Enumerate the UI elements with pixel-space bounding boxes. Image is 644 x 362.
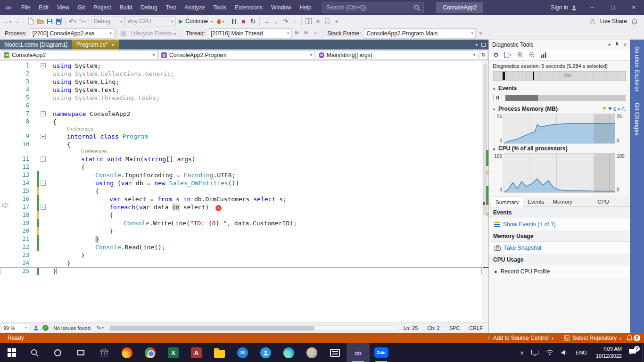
break-all-icon[interactable]: [229, 16, 239, 26]
fold-toggle[interactable]: −: [41, 111, 46, 116]
menu-help[interactable]: Help: [296, 0, 316, 15]
code-line-4[interactable]: 4using System.Text;: [0, 86, 482, 94]
zoom-out-icon[interactable]: [529, 52, 535, 58]
code-line-14[interactable]: 14−using (var db = new Sales_DWEntities(…: [0, 179, 482, 187]
type-dropdown[interactable]: {} ConsoleApp2.Program▾: [158, 50, 315, 60]
code-line-15[interactable]: 15{: [0, 187, 482, 195]
sign-in-button[interactable]: Sign in: [546, 4, 582, 11]
code-line-2[interactable]: 2using System.Collections.Generic;: [0, 70, 482, 78]
display-tray-icon[interactable]: [528, 350, 542, 356]
process-combo[interactable]: [2200] ConsoleApp2.exe▾: [30, 28, 115, 39]
toolbar-options-icon[interactable]: ▾: [332, 16, 341, 26]
toolbar-options-icon[interactable]: ▾: [476, 28, 485, 39]
fold-toggle[interactable]: −: [41, 63, 46, 68]
document-outline-icon[interactable]: ≡: [313, 16, 322, 26]
split-window-icon[interactable]: ⇅: [479, 50, 487, 60]
close-panel-icon[interactable]: ×: [623, 41, 627, 48]
window-app-button[interactable]: [323, 343, 347, 362]
side-tab-solution-explorer[interactable]: Solution Explorer: [634, 41, 640, 97]
tab-list-caret-icon[interactable]: ▾: [475, 42, 478, 47]
fold-toggle[interactable]: −: [41, 181, 46, 186]
events-track[interactable]: [505, 95, 626, 101]
code-line-21[interactable]: 21}: [0, 235, 482, 243]
notifications-bell-icon[interactable]: [630, 16, 639, 26]
task-view-button[interactable]: [69, 343, 92, 362]
start-button[interactable]: [0, 343, 23, 362]
line-ending-indicator[interactable]: CRLF: [464, 325, 487, 331]
editor-horizontal-scrollbar[interactable]: [109, 325, 394, 331]
diag-tab-summary[interactable]: Summary: [491, 197, 523, 207]
fold-toggle[interactable]: −: [41, 134, 46, 139]
export-session-icon[interactable]: [504, 52, 512, 58]
edge-button[interactable]: [277, 343, 300, 362]
access-button[interactable]: A: [185, 343, 208, 362]
file-explorer-button[interactable]: [208, 343, 231, 362]
mail-button[interactable]: ✉: [231, 343, 254, 362]
language-indicator[interactable]: ENG: [571, 350, 591, 355]
fold-toggle[interactable]: −: [41, 156, 46, 162]
pause-events-button[interactable]: [493, 94, 502, 101]
show-desktop-button[interactable]: [642, 343, 644, 362]
zoom-level-combo[interactable]: 99 %▾: [1, 324, 29, 332]
feedback-icon[interactable]: [31, 323, 41, 333]
settings-gear-icon[interactable]: ⚙: [493, 51, 499, 58]
code-line-17[interactable]: 17−foreach(var data in select) ×: [0, 203, 482, 211]
line-indicator[interactable]: Ln: 25: [399, 325, 423, 331]
hidden-icons-chevron[interactable]: ∧: [516, 350, 528, 356]
fold-toggle[interactable]: −: [41, 205, 46, 210]
codelens-row[interactable]: 0 references: [0, 148, 482, 155]
tab-program-cs[interactable]: Program.cs* ×: [72, 40, 118, 49]
zoom-in-icon[interactable]: [517, 52, 523, 58]
codelens-row[interactable]: 0 references: [0, 126, 482, 132]
code-line-23[interactable]: 23}: [0, 251, 482, 259]
close-tab-icon[interactable]: ×: [111, 42, 114, 48]
flag-threads-icon[interactable]: ⚑: [292, 28, 301, 39]
lifecycle-events-icon[interactable]: [119, 28, 128, 39]
show-next-statement-icon[interactable]: →: [262, 16, 271, 26]
bookmark-icon[interactable]: [322, 16, 332, 26]
menu-project[interactable]: Project: [89, 0, 115, 15]
member-dropdown[interactable]: M Main(string[] args)▾: [316, 50, 478, 60]
show-flagged-only-icon[interactable]: ×: [311, 28, 320, 39]
float-window-icon[interactable]: [481, 43, 486, 47]
stack-frame-combo[interactable]: ConsoleApp2.Program.Main▾: [363, 28, 476, 39]
navigate-forward-icon[interactable]: →: [12, 16, 22, 26]
thread-combo[interactable]: [20716] Main Thread▾: [208, 28, 292, 39]
continue-button[interactable]: ▶ Continue ▾: [176, 16, 215, 26]
save-icon[interactable]: [45, 16, 54, 26]
step-out-icon[interactable]: ↑: [290, 16, 299, 26]
open-file-icon[interactable]: [35, 16, 45, 26]
memory-section-header[interactable]: ▲ Process Memory (MB) S ● P..: [489, 104, 630, 114]
code-line-1[interactable]: 1−using System;: [0, 62, 482, 70]
stop-debugging-icon[interactable]: ■: [239, 16, 248, 26]
menu-view[interactable]: View: [53, 0, 74, 15]
record-cpu-profile-item[interactable]: ● Record CPU Profile: [489, 265, 630, 278]
memory-chart[interactable]: [504, 114, 615, 144]
code-line-8[interactable]: 8{: [0, 118, 482, 126]
tab-model1-edmx[interactable]: Model1.edmx [Diagram1]: [0, 40, 72, 49]
code-line-20[interactable]: 20}: [0, 227, 482, 235]
step-into-icon[interactable]: ↓: [271, 16, 281, 26]
notification-center-button[interactable]: 2: [628, 348, 636, 357]
visual-studio-button[interactable]: ∞: [347, 343, 370, 362]
menu-git[interactable]: Git: [74, 0, 89, 15]
cpu-chart[interactable]: [504, 153, 615, 193]
code-line-10[interactable]: 10{: [0, 140, 482, 148]
code-line-3[interactable]: 3using System.Linq;: [0, 78, 482, 86]
events-section-header[interactable]: ▲ Events: [489, 83, 630, 93]
code-line-13[interactable]: 13Console.InputEncoding = Encoding.UTF8;: [0, 171, 482, 179]
take-snapshot-link[interactable]: Take Snapshot: [489, 242, 630, 254]
pin-icon[interactable]: [615, 42, 619, 47]
solution-name-badge[interactable]: ConsoleApp2: [436, 2, 483, 13]
menu-test[interactable]: Test: [162, 0, 181, 15]
menu-file[interactable]: File: [17, 0, 34, 15]
code-map-icon[interactable]: [304, 16, 313, 26]
notification-count-badge[interactable]: 2: [634, 335, 640, 341]
space-indicator[interactable]: SPC: [445, 325, 465, 331]
codelens-references[interactable]: 0 references: [47, 148, 107, 155]
panel-options-caret-icon[interactable]: ▾: [608, 42, 611, 47]
code-line-11[interactable]: 11−static void Main(string[] args): [0, 155, 482, 163]
live-share-label[interactable]: Live Share: [597, 18, 630, 25]
clock[interactable]: 7:09 AM 10/12/2022: [591, 346, 627, 360]
quick-search-box[interactable]: [322, 2, 424, 13]
